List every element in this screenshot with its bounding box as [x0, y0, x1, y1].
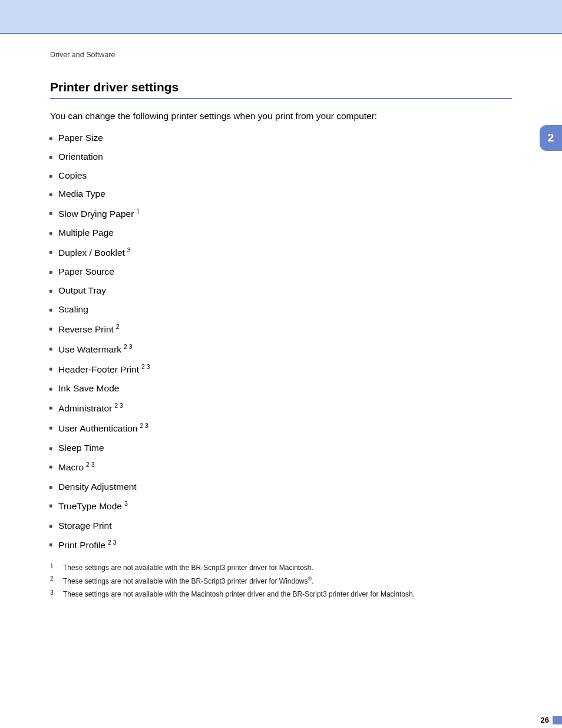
footnote-number: 1: [50, 563, 63, 573]
list-item-label: Reverse Print: [58, 324, 114, 334]
footnote-ref: 2 3: [113, 402, 123, 409]
list-item-label: Header-Footer Print: [58, 365, 139, 375]
list-item: Density Adjustment: [58, 481, 512, 493]
list-item-label: Print Profile: [58, 541, 105, 551]
list-item: Paper Size: [58, 132, 512, 144]
list-item: Media Type: [58, 188, 512, 200]
footnote-row: 3These settings are not available with t…: [50, 589, 512, 599]
list-item-label: Media Type: [58, 189, 105, 199]
intro-text: You can change the following printer set…: [50, 110, 512, 123]
footnote-ref: 2 3: [84, 461, 95, 468]
list-item-label: Sleep Time: [58, 443, 104, 453]
list-item: Ink Save Mode: [58, 383, 512, 395]
list-item: Storage Print: [58, 520, 512, 532]
list-item-label: Density Adjustment: [58, 482, 137, 492]
list-item: Copies: [58, 170, 512, 182]
list-item-label: User Authentication: [58, 424, 137, 434]
footnote-text: These settings are not available with th…: [63, 575, 512, 587]
page-number: 26: [541, 716, 549, 724]
list-item: Reverse Print 2: [58, 322, 512, 336]
list-item-label: Administrator: [58, 404, 112, 414]
page-footer: 26: [541, 716, 562, 724]
list-item-label: Multiple Page: [58, 228, 114, 238]
list-item: Scaling: [58, 304, 512, 316]
footnotes: 1These settings are not available with t…: [50, 563, 512, 599]
footnote-ref: 2: [114, 323, 120, 330]
list-item: Paper Source: [58, 266, 512, 278]
list-item-label: Ink Save Mode: [58, 383, 119, 393]
footnote-ref: 3: [125, 246, 131, 253]
footnote-ref: 1: [134, 207, 140, 215]
list-item-label: TrueType Mode: [58, 502, 122, 512]
list-item: Multiple Page: [58, 227, 512, 239]
list-item: Administrator 2 3: [58, 401, 512, 415]
footnote-text: These settings are not available with th…: [63, 589, 512, 599]
list-item-label: Storage Print: [58, 521, 111, 531]
list-item-label: Paper Size: [58, 133, 103, 143]
list-item-label: Paper Source: [58, 266, 114, 276]
list-item-label: Orientation: [58, 151, 103, 162]
list-item: Output Tray: [58, 285, 512, 297]
list-item: User Authentication 2 3: [58, 421, 512, 435]
footnote-ref: 2 3: [138, 422, 148, 429]
list-item-label: Duplex / Booklet: [58, 248, 125, 258]
breadcrumb: Driver and Software: [50, 51, 512, 59]
list-item: Duplex / Booklet 3: [58, 246, 512, 259]
list-item-label: Slow Drying Paper: [58, 209, 134, 219]
list-item-label: Macro: [58, 463, 84, 473]
list-item: Print Profile 2 3: [58, 538, 512, 552]
list-item-label: Copies: [58, 170, 87, 180]
footnote-number: 3: [50, 589, 63, 599]
list-item: Sleep Time: [58, 442, 512, 454]
footnote-number: 2: [50, 575, 63, 587]
page-stripe: [553, 716, 562, 724]
list-item: Orientation: [58, 151, 512, 163]
list-item: Slow Drying Paper 1: [58, 207, 512, 220]
page-content: Driver and Software Printer driver setti…: [0, 34, 562, 599]
footnote-row: 1These settings are not available with t…: [50, 563, 512, 573]
footnote-ref: 2 3: [106, 539, 117, 546]
footnote-ref: 2 3: [140, 363, 150, 370]
settings-list: Paper SizeOrientationCopiesMedia TypeSlo…: [50, 132, 512, 552]
footnote-ref: 3: [123, 500, 128, 507]
list-item-label: Output Tray: [58, 285, 106, 295]
header-band: [0, 0, 562, 34]
list-item-label: Scaling: [58, 304, 88, 314]
list-item: TrueType Mode 3: [58, 499, 512, 513]
footnote-text: These settings are not available with th…: [63, 563, 512, 573]
page-title: Printer driver settings: [50, 80, 512, 99]
list-item-label: Use Watermark: [58, 344, 121, 354]
footnote-ref: 2 3: [122, 343, 133, 350]
footnote-row: 2These settings are not available with t…: [50, 575, 512, 587]
list-item: Macro 2 3: [58, 460, 512, 474]
list-item: Use Watermark 2 3: [58, 342, 512, 356]
list-item: Header-Footer Print 2 3: [58, 363, 512, 376]
